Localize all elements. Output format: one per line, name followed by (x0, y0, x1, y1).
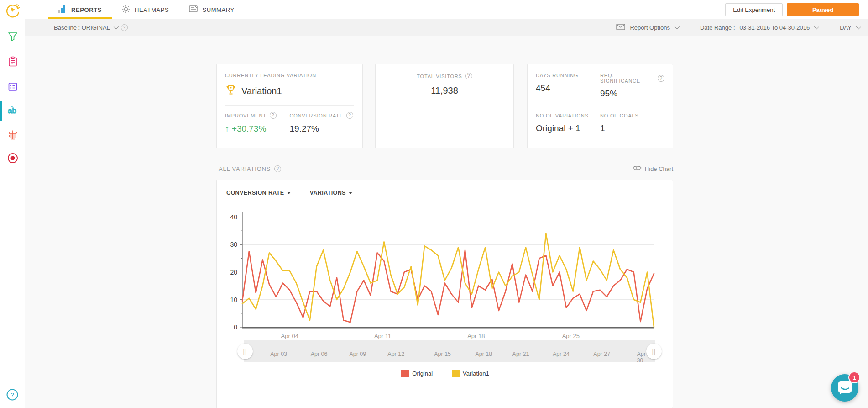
total-visitors-value: 11,938 (384, 85, 505, 96)
top-actions: Edit Experiment Paused (725, 3, 859, 16)
target-icon (7, 152, 19, 166)
active-indicator (0, 149, 2, 169)
slider-left-handle[interactable]: || (237, 344, 253, 359)
sidebar-item-home[interactable] (0, 2, 25, 22)
envelope-icon (616, 24, 625, 32)
help-button[interactable]: ? (5, 388, 19, 403)
svg-text:20: 20 (230, 269, 237, 276)
caret-down-icon (349, 192, 352, 194)
svg-text:Apr 18: Apr 18 (467, 333, 485, 339)
conversion-help-icon[interactable]: ? (346, 112, 353, 119)
chat-unread-badge: 1 (848, 371, 860, 383)
slider-tick-label: Apr 18 (475, 351, 492, 357)
date-range-label: Date Range : (700, 24, 735, 31)
svg-text:10: 10 (230, 296, 237, 303)
significance-help-icon[interactable]: ? (658, 75, 664, 82)
baseline-dropdown[interactable]: Baseline : ORIGINAL (54, 24, 110, 31)
sidebar-item-ab-test[interactable]: ab (0, 101, 25, 121)
variations-count-label: NO.OF VARIATIONS (536, 113, 589, 118)
legend-item-original[interactable]: Original (401, 370, 433, 377)
date-range-dropdown[interactable]: 03-31-2016 To 04-30-2016 (740, 24, 810, 31)
nav-tabs: REPORTS HEATMAPS (48, 0, 245, 19)
chat-launcher-button[interactable]: 1 (831, 374, 858, 402)
sidebar-item-signpost[interactable] (0, 126, 25, 146)
hide-chart-button[interactable]: Hide Chart (633, 165, 673, 172)
total-visitors-card: TOTAL VISITORS ? 11,938 (375, 64, 514, 148)
slider-tick-label: Apr 15 (434, 351, 451, 357)
slider-right-handle[interactable]: || (646, 344, 662, 359)
leading-variation-card: CURRENTLY LEADING VARIATION Variation1 I (216, 64, 363, 148)
dimension-dropdown[interactable]: VARIATIONS (310, 190, 352, 196)
significance-label: REQ. SIGNIFICANCE (600, 73, 654, 84)
svg-text:Apr 04: Apr 04 (281, 333, 298, 339)
variations-count-value: Original + 1 (536, 123, 600, 133)
card-title: CURRENTLY LEADING VARIATION (225, 73, 354, 78)
tab-label: HEATMAPS (135, 6, 169, 13)
paused-status-button[interactable]: Paused (787, 3, 859, 16)
granularity-dropdown[interactable]: DAY (840, 24, 852, 31)
tab-label: SUMMARY (202, 6, 234, 13)
all-variations-help-icon[interactable]: ? (274, 165, 281, 172)
chevron-down-icon (856, 24, 861, 29)
variations-chart-panel: CONVERSION RATE VARIATIONS 010203040Apr … (216, 180, 673, 408)
date-range-slider[interactable]: || || Apr 03Apr 06Apr 09Apr 12Apr 15Apr … (244, 340, 655, 362)
improvement-label: IMPROVEMENT (225, 113, 267, 118)
sidebar-item-record[interactable] (0, 149, 25, 169)
heatmap-icon (122, 5, 130, 15)
divider (536, 106, 664, 106)
goals-count-label: NO.OF GOALS (600, 113, 639, 118)
report-content: CURRENTLY LEADING VARIATION Variation1 I (25, 36, 868, 408)
improvement-help-icon[interactable]: ? (270, 112, 277, 119)
active-indicator (0, 78, 2, 98)
ab-test-icon: ab (6, 104, 19, 118)
svg-text:Apr 25: Apr 25 (562, 333, 580, 339)
conversion-rate-value: 19.27% (290, 124, 355, 134)
svg-text:ab: ab (8, 106, 16, 115)
sidebar-item-goals[interactable] (0, 78, 25, 98)
slider-tick-label: Apr 12 (387, 351, 404, 357)
slider-tick-label: Apr 24 (553, 351, 570, 357)
dimension-dropdown-label: VARIATIONS (310, 190, 346, 196)
funnel-icon (7, 31, 18, 44)
goals-count-value: 1 (600, 123, 664, 133)
svg-text:30: 30 (230, 241, 237, 248)
baseline-help-icon[interactable]: ? (121, 24, 128, 31)
legend-label: Variation1 (463, 370, 489, 377)
svg-text:0: 0 (234, 323, 237, 331)
divider (225, 105, 354, 106)
checklist-icon (7, 81, 18, 94)
legend-item-variation1[interactable]: Variation1 (452, 370, 489, 377)
tab-reports[interactable]: REPORTS (48, 0, 112, 19)
experiment-stats-card: DAYS RUNNING 454 REQ. SIGNIFICANCE ? 95%… (527, 64, 673, 148)
signpost-icon (7, 129, 18, 142)
metric-dropdown[interactable]: CONVERSION RATE (226, 190, 291, 196)
tab-label: REPORTS (71, 6, 102, 13)
tab-heatmaps[interactable]: HEATMAPS (112, 0, 179, 19)
sidebar-item-clipboard[interactable] (0, 53, 25, 73)
all-variations-title: ALL VARIATIONS (219, 165, 271, 172)
hide-chart-label: Hide Chart (645, 165, 673, 172)
total-visitors-label: TOTAL VISITORS (417, 74, 462, 79)
report-options-dropdown[interactable]: Report Options (630, 24, 669, 31)
sidebar: ab (0, 0, 25, 408)
top-navigation-bar: REPORTS HEATMAPS (25, 0, 868, 19)
active-indicator (0, 126, 2, 146)
active-indicator (0, 27, 2, 48)
report-settings-bar: Baseline : ORIGINAL ? Report Options Dat… (25, 19, 868, 36)
tab-summary[interactable]: SUMMARY (179, 0, 244, 19)
edit-experiment-button[interactable]: Edit Experiment (725, 3, 783, 16)
legend-swatch (401, 370, 409, 377)
vwo-logo-icon (5, 3, 21, 21)
visitors-help-icon[interactable]: ? (465, 73, 472, 79)
legend-label: Original (412, 370, 433, 377)
slider-tick-label: Apr 09 (349, 351, 366, 357)
chevron-down-icon (114, 24, 119, 29)
bar-chart-icon (58, 5, 67, 14)
chevron-down-icon (814, 24, 819, 29)
days-running-label: DAYS RUNNING (536, 73, 578, 78)
svg-text:40: 40 (230, 213, 237, 221)
slider-tick-label: Apr 27 (593, 351, 610, 357)
clipboard-icon (7, 56, 18, 69)
sidebar-item-funnel[interactable] (0, 27, 25, 48)
slider-tick-label: Apr 06 (311, 351, 328, 357)
